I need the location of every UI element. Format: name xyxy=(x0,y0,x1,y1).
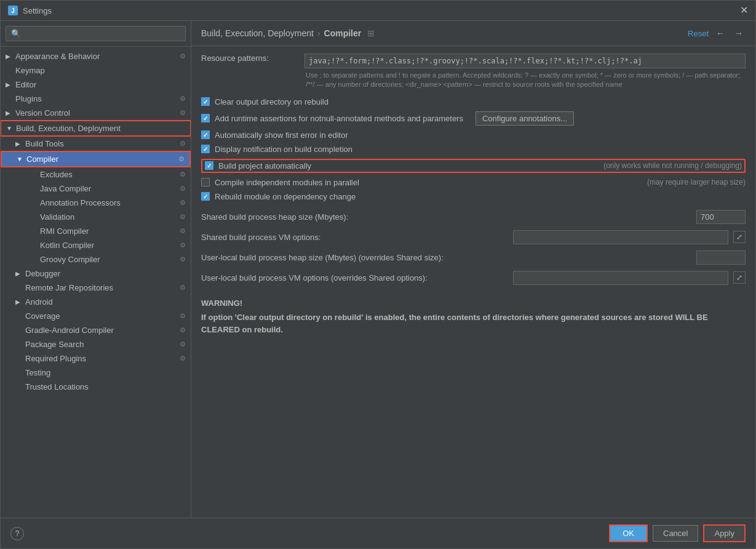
shared-vm-label: Shared build process VM options: xyxy=(201,233,508,242)
settings-icon: ⚙ xyxy=(178,155,185,163)
sidebar-item-label: Build Tools xyxy=(25,139,64,148)
compile-parallel-note: (may require larger heap size) xyxy=(647,178,746,186)
shared-vm-expand-button[interactable]: ⤢ xyxy=(733,231,746,243)
sidebar-item-label: Editor xyxy=(15,80,36,89)
sidebar-item-android[interactable]: ▶ Android xyxy=(1,295,191,309)
sidebar-item-groovy-compiler[interactable]: Groovy Compiler ⚙ xyxy=(1,252,191,266)
sidebar-item-debugger[interactable]: ▶ Debugger xyxy=(1,266,191,281)
apply-button[interactable]: Apply xyxy=(703,524,746,542)
user-heap-row: User-local build process heap size (Mbyt… xyxy=(201,250,746,265)
shared-heap-input[interactable] xyxy=(696,210,746,224)
sidebar-item-validation[interactable]: Validation ⚙ xyxy=(1,210,191,224)
settings-icon: ⚙ xyxy=(180,326,186,334)
sidebar-item-compiler[interactable]: ▼ Compiler ⚙ xyxy=(1,151,191,167)
settings-icon: ⚙ xyxy=(180,52,186,60)
arrow-icon: ▼ xyxy=(17,156,23,162)
sidebar-item-plugins[interactable]: Plugins ⚙ xyxy=(1,92,191,106)
checkbox-rebuild-dependency: ✓ Rebuild module on dependency change xyxy=(201,192,746,201)
checkbox-rebuild-dependency-cb[interactable]: ✓ xyxy=(201,192,210,201)
checkbox-display-notification-cb[interactable]: ✓ xyxy=(201,145,210,153)
resource-patterns-input[interactable] xyxy=(304,54,746,68)
user-heap-input[interactable] xyxy=(696,250,746,265)
resource-patterns-hint: Use ; to separate patterns and ! to nega… xyxy=(201,71,746,90)
sidebar-item-testing[interactable]: Testing xyxy=(1,366,191,380)
checkbox-build-auto: ✓ Build project automatically (only work… xyxy=(201,159,746,173)
main-content: Resource patterns: Use ; to separate pat… xyxy=(191,46,755,518)
checkbox-auto-show-cb[interactable]: ✓ xyxy=(201,130,210,139)
resource-patterns-row: Resource patterns: xyxy=(201,54,746,68)
checkbox-clear-output: ✓ Clear output directory on rebuild xyxy=(201,97,746,106)
sidebar-item-required-plugins[interactable]: Required Plugins ⚙ xyxy=(1,351,191,366)
checkbox-clear-output-cb[interactable]: ✓ xyxy=(201,97,210,106)
arrow-icon: ▶ xyxy=(6,81,12,88)
sidebar-item-build-tools[interactable]: ▶ Build Tools ⚙ xyxy=(1,137,191,151)
sidebar-item-remote-jar[interactable]: Remote Jar Repositories ⚙ xyxy=(1,281,191,295)
checkbox-display-notification: ✓ Display notification on build completi… xyxy=(201,145,746,154)
reset-button[interactable]: Reset xyxy=(688,29,709,38)
checkbox-add-runtime-label: Add runtime assertions for notnull-annot… xyxy=(215,114,463,123)
settings-icon: ⚙ xyxy=(180,140,186,148)
configure-annotations-button[interactable]: Configure annotations... xyxy=(475,111,574,126)
back-button[interactable]: ← xyxy=(714,27,727,39)
arrow-icon: ▼ xyxy=(6,125,12,132)
checkbox-auto-show-label: Automatically show first error in editor xyxy=(215,130,348,140)
resource-patterns-label: Resource patterns: xyxy=(201,54,300,63)
shared-vm-input[interactable] xyxy=(513,230,728,244)
sidebar-item-java-compiler[interactable]: Java Compiler ⚙ xyxy=(1,182,191,196)
breadcrumb-parent: Build, Execution, Deployment xyxy=(201,28,314,38)
checkbox-build-auto-cb[interactable]: ✓ xyxy=(205,161,213,170)
sidebar-item-trusted-locations[interactable]: Trusted Locations xyxy=(1,380,191,394)
settings-icon: ⚙ xyxy=(180,109,186,117)
sidebar-item-label: Groovy Compiler xyxy=(40,255,100,264)
checkbox-compile-parallel-cb[interactable] xyxy=(201,178,210,186)
sidebar-item-label: Validation xyxy=(40,212,74,222)
user-vm-label: User-local build process VM options (ove… xyxy=(201,273,508,283)
cancel-button[interactable]: Cancel xyxy=(653,525,698,542)
sidebar: ▶ Appearance & Behavior ⚙ Keymap ▶ Edito… xyxy=(1,21,191,518)
shared-vm-row: Shared build process VM options: ⤢ xyxy=(201,230,746,244)
settings-icon: ⚙ xyxy=(180,355,186,363)
help-button[interactable]: ? xyxy=(10,527,24,540)
sidebar-item-version-control[interactable]: ▶ Version Control ⚙ xyxy=(1,106,191,120)
sidebar-item-package-search[interactable]: Package Search ⚙ xyxy=(1,337,191,351)
forward-button[interactable]: → xyxy=(732,27,746,39)
sidebar-item-rmi-compiler[interactable]: RMI Compiler ⚙ xyxy=(1,224,191,238)
arrow-icon: ▶ xyxy=(15,270,22,277)
sidebar-item-label: Package Search xyxy=(25,340,84,349)
check-mark: ✓ xyxy=(203,98,208,105)
settings-icon: ⚙ xyxy=(180,255,186,263)
close-button[interactable]: ✕ xyxy=(740,6,748,15)
sidebar-item-appearance[interactable]: ▶ Appearance & Behavior ⚙ xyxy=(1,49,191,63)
checkbox-auto-show: ✓ Automatically show first error in edit… xyxy=(201,130,746,140)
arrow-icon: ▶ xyxy=(6,110,12,116)
sidebar-item-build-exec[interactable]: ▼ Build, Execution, Deployment xyxy=(1,120,191,137)
settings-icon: ⚙ xyxy=(180,213,186,221)
search-input[interactable] xyxy=(6,26,186,41)
settings-icon: ⚙ xyxy=(180,95,186,103)
user-vm-input[interactable] xyxy=(513,271,728,285)
sidebar-item-label: Coverage xyxy=(25,311,60,321)
ok-button[interactable]: OK xyxy=(609,524,648,542)
settings-icon: ⚙ xyxy=(180,312,186,320)
sidebar-item-keymap[interactable]: Keymap xyxy=(1,63,191,78)
sidebar-item-label: Debugger xyxy=(25,269,60,278)
user-vm-expand-button[interactable]: ⤢ xyxy=(733,271,746,284)
checkbox-add-runtime-cb[interactable]: ✓ xyxy=(201,114,210,122)
checkbox-clear-output-label: Clear output directory on rebuild xyxy=(215,97,328,106)
sidebar-item-annotation-processors[interactable]: Annotation Processors ⚙ xyxy=(1,196,191,210)
shared-heap-row: Shared build process heap size (Mbytes): xyxy=(201,210,746,224)
sidebar-item-label: Trusted Locations xyxy=(25,382,89,391)
checkbox-compile-parallel-label: Compile independent modules in parallel xyxy=(215,178,359,187)
sidebar-item-excludes[interactable]: Excludes ⚙ xyxy=(1,167,191,182)
sidebar-item-gradle-android[interactable]: Gradle-Android Compiler ⚙ xyxy=(1,323,191,337)
settings-icon: ⚙ xyxy=(180,340,186,348)
sidebar-item-kotlin-compiler[interactable]: Kotlin Compiler ⚙ xyxy=(1,238,191,252)
sidebar-item-coverage[interactable]: Coverage ⚙ xyxy=(1,309,191,323)
user-vm-row: User-local build process VM options (ove… xyxy=(201,271,746,285)
footer-left: ? xyxy=(10,527,24,540)
sidebar-item-label: Java Compiler xyxy=(40,184,91,193)
sidebar-item-label: Excludes xyxy=(40,170,73,179)
sidebar-item-editor[interactable]: ▶ Editor xyxy=(1,78,191,92)
window-title: Settings xyxy=(23,6,52,15)
sidebar-item-label: Remote Jar Repositories xyxy=(25,283,113,292)
